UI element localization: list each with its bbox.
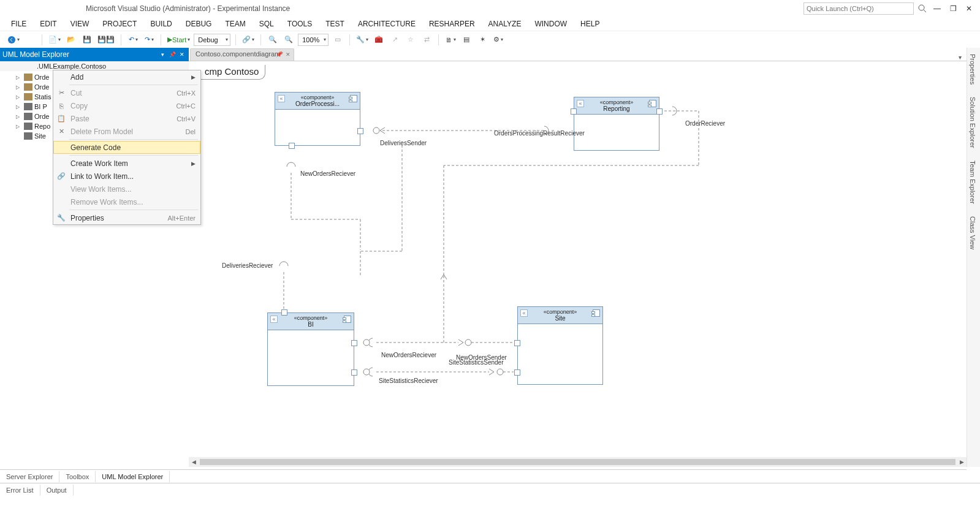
- horizontal-scrollbar[interactable]: ◀ ▶: [189, 457, 967, 467]
- nav-back-button[interactable]: ▾: [6, 33, 21, 47]
- stereotype-label: «component»: [519, 309, 601, 315]
- menu-shortcut: Ctrl+C: [177, 102, 196, 110]
- save-all-button[interactable]: 💾💾: [96, 33, 116, 47]
- collapse-icon[interactable]: «: [278, 95, 285, 102]
- minimize-button[interactable]: —: [931, 3, 943, 14]
- submenu-arrow-icon: ▶: [191, 161, 196, 167]
- component-order-processing[interactable]: « «component» OrderProcessi...: [275, 92, 360, 146]
- menu-tools[interactable]: TOOLS: [281, 18, 318, 29]
- tab-close-icon[interactable]: ✕: [286, 51, 291, 58]
- config-combo[interactable]: Debug: [194, 34, 230, 46]
- zoom-combo[interactable]: 100%: [298, 34, 329, 46]
- package-icon: [24, 83, 32, 91]
- folder-icon: [24, 123, 32, 130]
- undo-button[interactable]: ↶▾: [126, 33, 140, 47]
- menu-item-create-work-item[interactable]: Create Work Item▶: [53, 157, 200, 170]
- collapse-icon[interactable]: «: [520, 309, 528, 317]
- scroll-right-icon[interactable]: ▶: [957, 457, 967, 467]
- layer-button[interactable]: ▤: [460, 33, 473, 47]
- open-button[interactable]: 📂: [64, 33, 78, 47]
- svg-line-1: [924, 10, 926, 12]
- toolbox-c-button[interactable]: ↗: [388, 33, 401, 47]
- tab-contoso-diagram[interactable]: Contoso.componentdiagram* 📌 ✕: [190, 48, 294, 61]
- rail-tab-class-view[interactable]: Class View: [967, 210, 978, 255]
- browser-link-button[interactable]: 🔗▾: [241, 33, 256, 47]
- rail-tab-team-explorer[interactable]: Team Explorer: [967, 154, 978, 210]
- port[interactable]: [656, 108, 663, 115]
- menu-architecture[interactable]: ARCHITECTURE: [352, 18, 422, 29]
- close-button[interactable]: ✕: [963, 3, 975, 14]
- menu-item-link-to-work-item-[interactable]: 🔗Link to Work Item...: [53, 170, 200, 183]
- toolbox-a-button[interactable]: 🔧▾: [355, 33, 370, 47]
- scroll-thumb[interactable]: [200, 459, 955, 465]
- port[interactable]: [571, 108, 577, 115]
- panel-menu-button[interactable]: ▾: [158, 50, 167, 59]
- menu-edit[interactable]: EDIT: [34, 18, 63, 29]
- component-site[interactable]: « «component» Site: [517, 306, 603, 385]
- rail-tab-solution-explorer[interactable]: Solution Explorer: [967, 91, 978, 154]
- redo-button[interactable]: ↷▾: [142, 33, 156, 47]
- port[interactable]: [281, 309, 287, 316]
- start-button[interactable]: ▶ Start▾: [166, 33, 191, 47]
- fit-button[interactable]: ▭: [331, 33, 344, 47]
- port[interactable]: [514, 340, 520, 346]
- validate-button[interactable]: ✶: [476, 33, 489, 47]
- bottom-tab-error-list[interactable]: Error List: [0, 485, 40, 496]
- menu-file[interactable]: FILE: [5, 18, 32, 29]
- panel-pin-button[interactable]: 📌: [168, 50, 177, 59]
- port[interactable]: [289, 143, 295, 149]
- port[interactable]: [357, 128, 363, 134]
- bottom-tab-uml-model-explorer[interactable]: UML Model Explorer: [96, 471, 170, 482]
- zoom-in-button[interactable]: 🔍: [266, 33, 279, 47]
- tab-pin-icon[interactable]: 📌: [276, 51, 283, 58]
- svg-point-28: [497, 369, 503, 375]
- new-item-button[interactable]: 📄▾: [47, 33, 62, 47]
- gear-button[interactable]: ⚙▾: [492, 33, 505, 47]
- restore-button[interactable]: ❐: [947, 3, 959, 14]
- bottom-tabs-lower: Error ListOutput: [0, 483, 980, 496]
- rail-tab-properties[interactable]: Properties: [967, 48, 978, 91]
- menu-window[interactable]: WINDOW: [528, 18, 573, 29]
- document-tabs: Contoso.componentdiagram* 📌 ✕ ▾: [189, 48, 967, 61]
- menu-help[interactable]: HELP: [574, 18, 606, 29]
- collapse-icon[interactable]: «: [270, 316, 278, 323]
- toolbox-e-button[interactable]: ⇄: [420, 33, 433, 47]
- menu-project[interactable]: PROJECT: [96, 18, 143, 29]
- menu-item-delete-from-model: ✕Delete From ModelDel: [53, 125, 200, 138]
- menu-team[interactable]: TEAM: [219, 18, 251, 29]
- bottom-tab-server-explorer[interactable]: Server Explorer: [0, 471, 59, 482]
- menu-item-properties[interactable]: 🔧PropertiesAlt+Enter: [53, 211, 200, 224]
- quick-launch-input[interactable]: [803, 2, 914, 15]
- menu-item-view-work-items-: View Work Items...: [53, 183, 200, 195]
- bottom-tab-output[interactable]: Output: [40, 485, 74, 496]
- menu-debug[interactable]: DEBUG: [180, 18, 218, 29]
- bottom-tab-toolbox[interactable]: Toolbox: [59, 471, 96, 482]
- scroll-left-icon[interactable]: ◀: [189, 457, 199, 467]
- menu-build[interactable]: BUILD: [144, 18, 178, 29]
- port[interactable]: [351, 340, 357, 346]
- tree-label: Repo: [34, 123, 50, 130]
- menu-resharper[interactable]: RESHARPER: [423, 18, 481, 29]
- component-bi[interactable]: « «component» BI: [267, 312, 354, 386]
- toolbox-b-button[interactable]: 🧰: [372, 33, 386, 47]
- port[interactable]: [514, 369, 520, 376]
- search-icon[interactable]: [917, 4, 927, 13]
- panel-close-button[interactable]: ✕: [178, 50, 186, 59]
- collapse-icon[interactable]: «: [577, 100, 584, 107]
- port[interactable]: [351, 369, 357, 376]
- menu-sql[interactable]: SQL: [253, 18, 280, 29]
- save-button[interactable]: 💾: [80, 33, 94, 47]
- menu-analyze[interactable]: ANALYZE: [482, 18, 528, 29]
- menu-item-label: Create Work Item: [70, 159, 128, 168]
- component-reporting[interactable]: « «component» Reporting: [574, 97, 659, 151]
- menu-view[interactable]: VIEW: [64, 18, 96, 29]
- component-name: BI: [308, 321, 313, 328]
- diagram-canvas[interactable]: cmp Contoso: [189, 61, 967, 456]
- tab-overflow-button[interactable]: ▾: [959, 54, 967, 61]
- zoom-out-button[interactable]: 🔍: [282, 33, 295, 47]
- new-diag-button[interactable]: 🗎▾: [444, 33, 457, 47]
- menu-test[interactable]: TEST: [319, 18, 351, 29]
- menu-item-add[interactable]: Add▶: [53, 70, 200, 83]
- toolbox-d-button[interactable]: ☆: [404, 33, 417, 47]
- menu-item-generate-code[interactable]: Generate Code: [53, 141, 200, 154]
